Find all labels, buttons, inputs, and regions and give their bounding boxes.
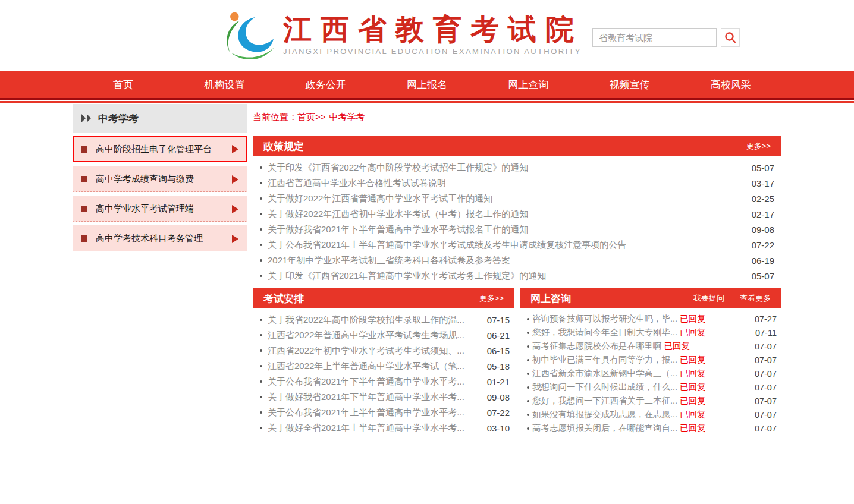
exam-panel: 考试安排 更多>> 关于我省2022年高中阶段学校招生录取工作的温... 07-… [253, 288, 514, 438]
sidebar-item[interactable]: 高中学考成绩查询与缴费 [73, 166, 247, 192]
consult-list-item[interactable]: 初中毕业已满三年具有同等学力，报... 已回复 07-07 [527, 353, 777, 367]
policy-more-link[interactable]: 更多>> [746, 141, 771, 152]
breadcrumb-home-link[interactable]: 首页 [297, 112, 315, 122]
consult-list-item[interactable]: 您好，我想请问今年全日制大专刚毕... 已回复 07-11 [527, 326, 777, 339]
consult-panel-title: 网上咨询 [530, 292, 571, 305]
replied-badge[interactable]: 已回复 [680, 327, 706, 338]
replied-badge[interactable]: 已回复 [680, 409, 706, 420]
question-date: 07-07 [749, 383, 777, 392]
bullet-icon [527, 345, 529, 348]
consult-list-item[interactable]: 您好，我想问一下江西省关于二本征... 已回复 07-07 [527, 394, 777, 408]
policy-list-item[interactable]: 2021年初中学业水平考试初三省统考科目各科试卷及参考答案 06-19 [260, 253, 774, 268]
policy-list-item[interactable]: 关于做好2022年江西省普通高中学业水平考试工作的通知 02-25 [260, 191, 774, 206]
consult-list-item[interactable]: 我想询问一下什么时候出成绩，什么... 已回复 07-07 [527, 380, 777, 394]
consult-list-item[interactable]: 高考志愿填报关闭后，在哪能查询自... 已回复 07-07 [527, 421, 777, 435]
nav-item[interactable]: 网上报名 [376, 71, 478, 98]
news-title: 关于公布我省2021年下半年普通高中学业水平考... [268, 376, 464, 388]
replied-badge[interactable]: 已回复 [664, 341, 690, 352]
policy-list-item[interactable]: 关于做好2022年江西省初中学业水平考试（中考）报名工作的通知 02-17 [260, 206, 774, 222]
sidebar-item[interactable]: 高中学业水平考试管理端 [73, 196, 247, 222]
bullet-icon [527, 359, 529, 361]
exam-list-item[interactable]: 关于公布我省2021年下半年普通高中学业水平考... 01-21 [260, 374, 510, 389]
bullet-icon [260, 182, 262, 184]
sidebar-item-label: 高中学考技术科目考务管理 [96, 233, 203, 244]
bottom-row: 考试安排 更多>> 关于我省2022年高中阶段学校招生录取工作的温... 07-… [253, 288, 781, 438]
policy-list-item[interactable]: 江西省普通高中学业水平合格性考试试卷说明 03-17 [260, 175, 774, 191]
exam-list-item[interactable]: 关于我省2022年高中阶段学校招生录取工作的温... 07-15 [260, 312, 510, 327]
exam-list-item[interactable]: 关于做好我省2021年下半年普通高中学业水平考... 09-08 [260, 389, 510, 405]
bullet-icon [260, 396, 262, 398]
policy-list-item[interactable]: 关于印发《江西省2022年高中阶段学校考试招生工作规定》的通知 05-07 [260, 160, 774, 175]
exam-more-link[interactable]: 更多>> [479, 293, 504, 304]
replied-badge[interactable]: 已回复 [680, 382, 706, 393]
policy-list-item[interactable]: 关于公布我省2021年上半年普通高中学业水平考试成绩及考生申请成绩复核注意事项的… [260, 237, 774, 253]
sidebar-item[interactable]: 高中学考技术科目考务管理 [73, 225, 247, 251]
sidebar-item[interactable]: 高中阶段招生电子化管理平台 [73, 136, 247, 162]
ask-question-link[interactable]: 我要提问 [693, 293, 724, 304]
news-title: 江西省普通高中学业水平合格性考试试卷说明 [268, 178, 446, 189]
exam-list-item[interactable]: 江西省2022年普通高中学业水平考试考生考场规... 06-21 [260, 327, 510, 343]
main-area: 中考学考 高中阶段招生电子化管理平台 高中学考成绩查询与缴费 [73, 104, 781, 438]
breadcrumb-separator: >> [315, 112, 326, 122]
consult-list-item[interactable]: 如果没有填报提交成功志愿，在志愿... 已回复 07-07 [527, 408, 777, 421]
search-button[interactable] [721, 28, 740, 47]
replied-badge[interactable]: 已回复 [680, 395, 706, 407]
nav-item[interactable]: 机构设置 [174, 71, 275, 98]
exam-panel-title: 考试安排 [263, 292, 304, 305]
question-date: 07-07 [749, 355, 777, 365]
nav-item[interactable]: 视频宣传 [579, 71, 680, 98]
question-date: 07-27 [749, 314, 777, 324]
news-date: 02-25 [746, 194, 774, 204]
consult-list-item[interactable]: 咨询预备技师可以报考研究生吗，毕... 已回复 07-27 [527, 312, 777, 326]
exam-list-item[interactable]: 江西省2022年初中学业水平考试考生考试须知、... 06-15 [260, 343, 510, 358]
sidebar-item-label: 高中学业水平考试管理端 [96, 203, 194, 215]
sidebar-item-label: 高中阶段招生电子化管理平台 [96, 144, 212, 155]
news-date: 09-08 [746, 225, 774, 235]
bullet-icon [260, 427, 262, 429]
double-arrow-icon [81, 114, 92, 122]
bullet-icon [260, 349, 262, 352]
bullet-icon [260, 334, 262, 336]
news-title: 关于做好2022年江西省普通高中学业水平考试工作的通知 [268, 193, 492, 204]
bullet-icon [527, 400, 529, 402]
search-input[interactable] [592, 28, 717, 47]
site-logo[interactable]: 江西省教育考试院 JIANGXI PROVINCIAL EDUCATION EX… [221, 11, 583, 59]
breadcrumb-label: 当前位置： [253, 112, 297, 122]
news-title: 关于做好我省2021年下半年普通高中学业水平考试报名工作的通知 [268, 224, 528, 235]
question-title: 您好，我想请问今年全日制大专刚毕... [532, 327, 677, 338]
question-date: 07-07 [749, 396, 777, 406]
policy-list-item[interactable]: 关于做好我省2021年下半年普通高中学业水平考试报名工作的通知 09-08 [260, 222, 774, 237]
replied-badge[interactable]: 已回复 [680, 368, 706, 379]
exam-list-item[interactable]: 关于做好全省2021年上半年普通高中学业水平考... 03-10 [260, 420, 510, 436]
search-icon [724, 32, 736, 43]
question-date: 07-07 [749, 410, 777, 420]
nav-divider-line [0, 101, 854, 103]
nav-item[interactable]: 首页 [73, 71, 174, 98]
bullet-icon [527, 373, 529, 375]
news-date: 03-10 [481, 423, 510, 433]
arrow-right-icon [232, 235, 238, 243]
breadcrumb-current-link[interactable]: 中考学考 [329, 112, 365, 122]
nav-item[interactable]: 网上查询 [478, 71, 579, 98]
question-date: 07-07 [749, 342, 777, 351]
policy-list-item[interactable]: 关于印发《江西省2021年普通高中学业水平考试考务工作规定》的通知 05-07 [260, 268, 774, 284]
exam-panel-header: 考试安排 更多>> [253, 288, 514, 308]
news-date: 06-15 [481, 346, 510, 356]
arrow-right-icon [232, 145, 238, 153]
nav-item[interactable]: 政务公开 [275, 71, 376, 98]
replied-badge[interactable]: 已回复 [680, 354, 706, 366]
exam-list-item[interactable]: 江西省2022年上半年普通高中学业水平考试（笔... 05-18 [260, 358, 510, 374]
content-area: 当前位置：首页>>中考学考 政策规定 更多>> 关于印发《江西省2022年高中阶… [253, 104, 781, 438]
nav-item[interactable]: 高校风采 [680, 71, 781, 98]
news-title: 关于印发《江西省2021年普通高中学业水平考试考务工作规定》的通知 [268, 270, 546, 282]
consult-more-link[interactable]: 查看更多 [740, 293, 771, 304]
replied-badge[interactable]: 已回复 [680, 423, 706, 434]
consult-list-item[interactable]: 高考征集志愿院校公布是在哪里啊 已回复 07-07 [527, 339, 777, 353]
policy-list: 关于印发《江西省2022年高中阶段学校考试招生工作规定》的通知 05-07 江西… [253, 156, 781, 286]
consult-list-item[interactable]: 江西省新余市渝水区新钢中学高三（... 已回复 07-07 [527, 367, 777, 380]
bullet-icon [260, 380, 262, 383]
replied-badge[interactable]: 已回复 [680, 313, 706, 325]
exam-list-item[interactable]: 关于公布我省2021年上半年普通高中学业水平考... 07-22 [260, 405, 510, 420]
site-subtitle: JIANGXI PROVINCIAL EDUCATION EXAMINATION… [283, 47, 583, 56]
news-date: 02-17 [746, 209, 774, 219]
